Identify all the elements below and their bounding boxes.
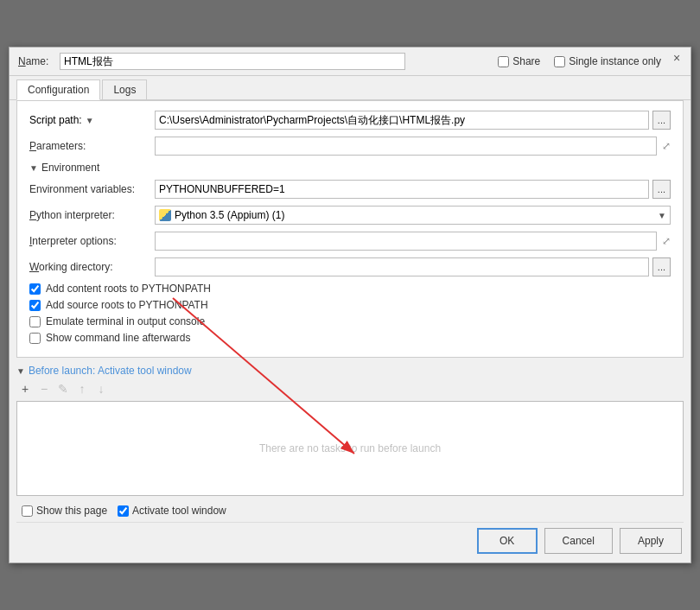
before-launch-section: ▼ Before launch: Activate tool window + … bbox=[16, 365, 684, 496]
interpreter-options-expand-icon[interactable]: ⤢ bbox=[662, 235, 671, 247]
working-directory-input[interactable] bbox=[155, 257, 649, 276]
script-path-input[interactable] bbox=[155, 111, 649, 130]
launch-down-button[interactable]: ↓ bbox=[92, 380, 110, 397]
script-path-browse-button[interactable]: ... bbox=[652, 111, 671, 130]
show-page-checkbox[interactable] bbox=[22, 505, 33, 517]
emulate-terminal-checkbox[interactable] bbox=[29, 316, 41, 327]
python-interpreter-row: Python interpreter: Python 3.5 (Appium) … bbox=[29, 205, 671, 226]
emulate-terminal-row: Emulate terminal in output console bbox=[29, 315, 671, 327]
working-directory-label: Working directory: bbox=[29, 261, 155, 273]
parameters-label: Parameters: bbox=[29, 140, 155, 152]
parameters-field: ⤢ bbox=[155, 137, 671, 156]
python-icon bbox=[159, 209, 171, 221]
show-page-checkbox-label[interactable]: Show this page bbox=[22, 505, 107, 517]
show-command-line-row: Show command line afterwards bbox=[29, 332, 671, 344]
working-directory-field: ... bbox=[155, 257, 671, 276]
interpreter-options-field: ⤢ bbox=[155, 232, 671, 251]
interpreter-options-row: Interpreter options: ⤢ bbox=[29, 231, 671, 251]
interpreter-dropdown-arrow: ▼ bbox=[658, 211, 666, 220]
parameters-expand-icon[interactable]: ⤢ bbox=[662, 140, 671, 152]
tabs-bar: Configuration Logs bbox=[10, 79, 690, 100]
apply-button[interactable]: Apply bbox=[620, 528, 682, 554]
interpreter-options-label: Interpreter options: bbox=[29, 235, 155, 247]
add-source-roots-checkbox[interactable] bbox=[29, 300, 41, 311]
config-content: Script path: ▼ ... Parameters: ⤢ ▼ Envir… bbox=[16, 100, 684, 358]
run-config-dialog: Name: Share Single instance only × Confi… bbox=[9, 47, 691, 563]
checkboxes-section: Add content roots to PYTHONPATH Add sour… bbox=[29, 283, 671, 344]
add-content-roots-row: Add content roots to PYTHONPATH bbox=[29, 283, 671, 295]
share-checkbox-label[interactable]: Share bbox=[498, 55, 540, 67]
env-variables-browse-button[interactable]: ... bbox=[652, 180, 671, 199]
launch-remove-button[interactable]: − bbox=[35, 380, 53, 397]
script-type-dropdown-arrow[interactable]: ▼ bbox=[86, 116, 94, 125]
script-path-field: ... bbox=[155, 111, 671, 130]
tab-logs[interactable]: Logs bbox=[102, 79, 147, 99]
working-directory-browse-button[interactable]: ... bbox=[652, 257, 671, 276]
cancel-button[interactable]: Cancel bbox=[544, 528, 613, 554]
action-bar: OK Cancel Apply bbox=[10, 523, 690, 562]
launch-panel: There are no tasks to run before launch bbox=[16, 401, 684, 496]
environment-section-header: ▼ Environment bbox=[29, 162, 671, 174]
env-variables-label: Environment variables: bbox=[29, 183, 155, 195]
name-label: Name: bbox=[18, 55, 53, 67]
tab-configuration[interactable]: Configuration bbox=[16, 79, 100, 100]
show-command-line-checkbox[interactable] bbox=[29, 333, 41, 344]
env-variables-field: ... bbox=[155, 180, 671, 199]
share-group: Share Single instance only bbox=[498, 55, 661, 67]
launch-up-button[interactable]: ↑ bbox=[73, 380, 91, 397]
single-instance-checkbox[interactable] bbox=[554, 56, 565, 67]
environment-collapse-arrow[interactable]: ▼ bbox=[29, 163, 38, 173]
script-path-label: Script path: ▼ bbox=[29, 114, 155, 126]
python-interpreter-select[interactable]: Python 3.5 (Appium) (1) ▼ bbox=[155, 206, 671, 225]
add-content-roots-checkbox[interactable] bbox=[29, 283, 41, 295]
activate-window-checkbox-label[interactable]: Activate tool window bbox=[118, 505, 226, 517]
ok-button[interactable]: OK bbox=[477, 528, 538, 554]
launch-panel-empty-text: There are no tasks to run before launch bbox=[259, 442, 441, 454]
title-bar: Name: Share Single instance only × bbox=[10, 48, 690, 76]
parameters-input[interactable] bbox=[155, 137, 657, 156]
env-variables-input[interactable] bbox=[155, 180, 649, 199]
bottom-bar: Show this page Activate tool window bbox=[10, 499, 690, 522]
add-source-roots-row: Add source roots to PYTHONPATH bbox=[29, 299, 671, 311]
close-button[interactable]: × bbox=[670, 51, 684, 65]
launch-add-button[interactable]: + bbox=[16, 380, 34, 397]
python-interpreter-field: Python 3.5 (Appium) (1) ▼ bbox=[155, 206, 671, 225]
before-launch-collapse-arrow[interactable]: ▼ bbox=[16, 366, 25, 376]
working-directory-row: Working directory: ... bbox=[29, 257, 671, 277]
single-instance-checkbox-label[interactable]: Single instance only bbox=[554, 55, 661, 67]
name-input[interactable] bbox=[60, 53, 405, 70]
activate-window-checkbox[interactable] bbox=[118, 505, 129, 517]
python-interpreter-label: Python interpreter: bbox=[29, 209, 155, 221]
script-path-row: Script path: ▼ ... bbox=[29, 110, 671, 130]
share-checkbox[interactable] bbox=[498, 56, 509, 67]
launch-toolbar: + − ✎ ↑ ↓ bbox=[16, 380, 684, 397]
before-launch-header: ▼ Before launch: Activate tool window bbox=[16, 365, 684, 377]
launch-edit-button[interactable]: ✎ bbox=[54, 380, 72, 397]
interpreter-options-input[interactable] bbox=[155, 232, 657, 251]
parameters-row: Parameters: ⤢ bbox=[29, 136, 671, 156]
env-variables-row: Environment variables: ... bbox=[29, 179, 671, 200]
